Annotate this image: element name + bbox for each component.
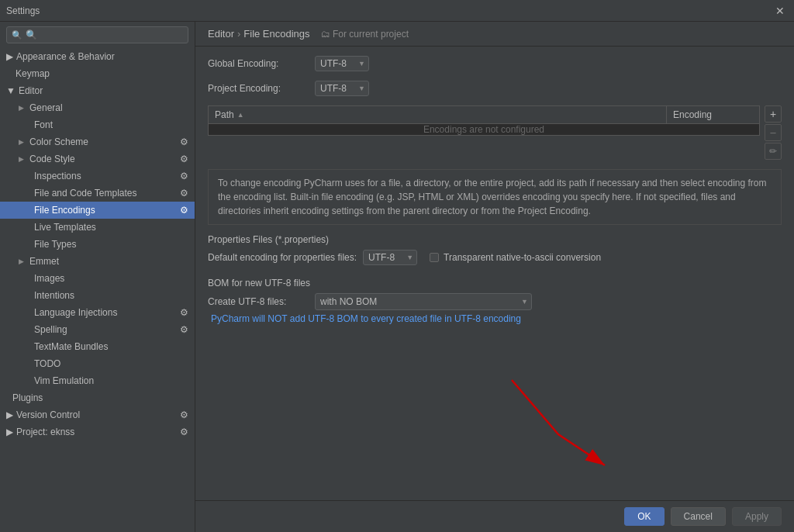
description-box: To change encoding PyCharm uses for a fi… bbox=[208, 169, 782, 225]
sidebar-item-plugins[interactable]: Plugins bbox=[0, 389, 195, 406]
default-encoding-label: Default encoding for properties files: bbox=[208, 252, 357, 263]
sidebar-item-code-style[interactable]: ▶ Code Style ⚙ bbox=[0, 150, 195, 168]
add-encoding-button[interactable]: + bbox=[765, 105, 782, 123]
sidebar-item-label: Images bbox=[34, 273, 64, 284]
bom-section: BOM for new UTF-8 files Create UTF-8 fil… bbox=[208, 278, 782, 324]
sidebar-item-label: Spelling bbox=[34, 324, 67, 335]
properties-section: Properties Files (*.properties) Default … bbox=[208, 234, 782, 265]
sidebar-item-textmate-bundles[interactable]: TextMate Bundles bbox=[0, 338, 195, 355]
sidebar-item-vim-emulation[interactable]: Vim Emulation bbox=[0, 372, 195, 389]
apply-button[interactable]: Apply bbox=[732, 507, 782, 526]
search-box[interactable]: 🔍 bbox=[6, 26, 188, 43]
ok-button[interactable]: OK bbox=[624, 507, 664, 526]
sidebar-item-project[interactable]: ▶ Project: eknss ⚙ bbox=[0, 423, 195, 440]
sidebar-item-general[interactable]: ▶ General bbox=[0, 99, 195, 116]
arrow-icon: ▶ bbox=[6, 409, 13, 420]
bom-link[interactable]: UTF-8 BOM bbox=[308, 313, 358, 324]
breadcrumb-separator: › bbox=[237, 28, 240, 40]
arrow-icon: ▶ bbox=[6, 51, 13, 62]
arrow-icon: ▶ bbox=[19, 104, 26, 112]
properties-encoding-dropdown[interactable]: UTF-8 ▼ bbox=[363, 250, 417, 265]
sort-icon: ▲ bbox=[237, 111, 244, 119]
settings-window: Settings ✕ 🔍 ▶ Appearance & Behavior Key… bbox=[0, 0, 794, 532]
sidebar-item-intentions[interactable]: Intentions bbox=[0, 287, 195, 304]
sidebar-item-version-control[interactable]: ▶ Version Control ⚙ bbox=[0, 406, 195, 423]
sidebar-item-font[interactable]: Font bbox=[0, 116, 195, 133]
settings-icon: ⚙ bbox=[180, 171, 188, 181]
sidebar-item-label: TextMate Bundles bbox=[34, 341, 108, 352]
sidebar-item-language-injections[interactable]: Language Injections ⚙ bbox=[0, 304, 195, 321]
arrow-icon: ▶ bbox=[6, 427, 13, 437]
encoding-column-header[interactable]: Encoding bbox=[666, 106, 759, 123]
scrollbar-minus-button[interactable]: ─ bbox=[765, 124, 782, 141]
path-column-header[interactable]: Path ▲ bbox=[209, 106, 666, 123]
sidebar-item-keymap[interactable]: Keymap bbox=[0, 65, 195, 82]
sidebar-item-appearance[interactable]: ▶ Appearance & Behavior bbox=[0, 48, 195, 65]
sidebar-item-label: Code Style bbox=[29, 154, 75, 164]
bom-create-label: Create UTF-8 files: bbox=[208, 296, 309, 307]
sidebar-item-label: Editor bbox=[19, 85, 43, 96]
bom-select-dropdown[interactable]: with NO BOM ▼ bbox=[315, 293, 532, 310]
search-input[interactable] bbox=[26, 29, 183, 40]
sidebar-item-label: Color Scheme bbox=[29, 136, 88, 147]
breadcrumb-page: File Encodings bbox=[243, 28, 309, 40]
sidebar-item-live-templates[interactable]: Live Templates bbox=[0, 219, 195, 236]
sidebar-item-label: Language Injections bbox=[34, 307, 117, 318]
sidebar-item-label: Version Control bbox=[16, 409, 80, 420]
transparent-checkbox-row: Transparent native-to-ascii conversion bbox=[430, 252, 601, 263]
sidebar-item-emmet[interactable]: ▶ Emmet bbox=[0, 253, 195, 270]
global-encoding-label: Global Encoding: bbox=[208, 58, 309, 69]
settings-icon: ⚙ bbox=[180, 427, 188, 437]
arrow-icon: ▶ bbox=[19, 138, 26, 146]
search-icon: 🔍 bbox=[12, 30, 22, 40]
right-panel: Editor › File Encodings 🗂 For current pr… bbox=[195, 22, 794, 532]
sidebar-item-label: File Encodings bbox=[34, 205, 95, 216]
sidebar: 🔍 ▶ Appearance & Behavior Keymap ▼ Edito… bbox=[0, 22, 195, 532]
global-encoding-row: Global Encoding: UTF-8 ▼ bbox=[208, 56, 782, 71]
sidebar-item-label: Appearance & Behavior bbox=[16, 51, 115, 62]
sidebar-item-editor[interactable]: ▼ Editor bbox=[0, 82, 195, 99]
for-current-project-label: 🗂 For current project bbox=[321, 29, 409, 40]
transparent-checkbox[interactable] bbox=[430, 253, 439, 262]
sidebar-item-label: General bbox=[29, 102, 63, 113]
sidebar-item-todo[interactable]: TODO bbox=[0, 355, 195, 372]
settings-icon: ⚙ bbox=[180, 136, 188, 147]
settings-icon: ⚙ bbox=[180, 409, 188, 420]
main-content: 🔍 ▶ Appearance & Behavior Keymap ▼ Edito… bbox=[0, 22, 794, 532]
dropdown-arrow-icon: ▼ bbox=[406, 254, 413, 261]
bom-note: PyCharm will NOT add UTF-8 BOM to every … bbox=[208, 313, 782, 324]
sidebar-item-inspections[interactable]: Inspections ⚙ bbox=[0, 168, 195, 185]
table-toolbar: + ─ ✏ bbox=[765, 105, 782, 160]
edit-encoding-button[interactable]: ✏ bbox=[765, 143, 782, 160]
sidebar-item-label: Inspections bbox=[34, 171, 81, 181]
breadcrumb-editor: Editor bbox=[208, 28, 234, 40]
sidebar-item-file-encodings[interactable]: File Encodings ⚙ bbox=[0, 202, 195, 219]
table-empty-message: Encodings are not configured bbox=[209, 124, 759, 135]
arrow-icon: ▶ bbox=[19, 257, 26, 265]
breadcrumb: Editor › File Encodings bbox=[208, 28, 310, 40]
sidebar-item-file-code-templates[interactable]: File and Code Templates ⚙ bbox=[0, 185, 195, 202]
description-text: To change encoding PyCharm uses for a fi… bbox=[218, 178, 767, 216]
sidebar-item-label: Project: eknss bbox=[16, 427, 74, 437]
sidebar-item-label: Intentions bbox=[34, 290, 74, 301]
cancel-button[interactable]: Cancel bbox=[671, 507, 726, 526]
global-encoding-dropdown[interactable]: UTF-8 ▼ bbox=[315, 56, 369, 71]
project-encoding-row: Project Encoding: UTF-8 ▼ bbox=[208, 81, 782, 96]
default-encoding-row: Default encoding for properties files: U… bbox=[208, 250, 782, 265]
sidebar-item-label: File Types bbox=[34, 239, 76, 250]
settings-icon: ⚙ bbox=[180, 307, 188, 318]
settings-icon: ⚙ bbox=[180, 188, 188, 199]
sidebar-item-color-scheme[interactable]: ▶ Color Scheme ⚙ bbox=[0, 133, 195, 150]
project-encoding-label: Project Encoding: bbox=[208, 83, 309, 94]
close-button[interactable]: ✕ bbox=[772, 3, 788, 19]
sidebar-item-images[interactable]: Images bbox=[0, 270, 195, 287]
settings-icon: ⚙ bbox=[180, 205, 188, 216]
transparent-label: Transparent native-to-ascii conversion bbox=[444, 252, 601, 263]
sidebar-item-spelling[interactable]: Spelling ⚙ bbox=[0, 321, 195, 338]
dropdown-arrow-icon: ▼ bbox=[358, 60, 365, 67]
panel-body: Global Encoding: UTF-8 ▼ Project Encodin… bbox=[195, 47, 794, 500]
sidebar-item-file-types[interactable]: File Types bbox=[0, 236, 195, 253]
sidebar-item-label: Plugins bbox=[12, 392, 43, 403]
project-encoding-dropdown[interactable]: UTF-8 ▼ bbox=[315, 81, 369, 96]
dropdown-arrow-icon: ▼ bbox=[521, 298, 528, 306]
